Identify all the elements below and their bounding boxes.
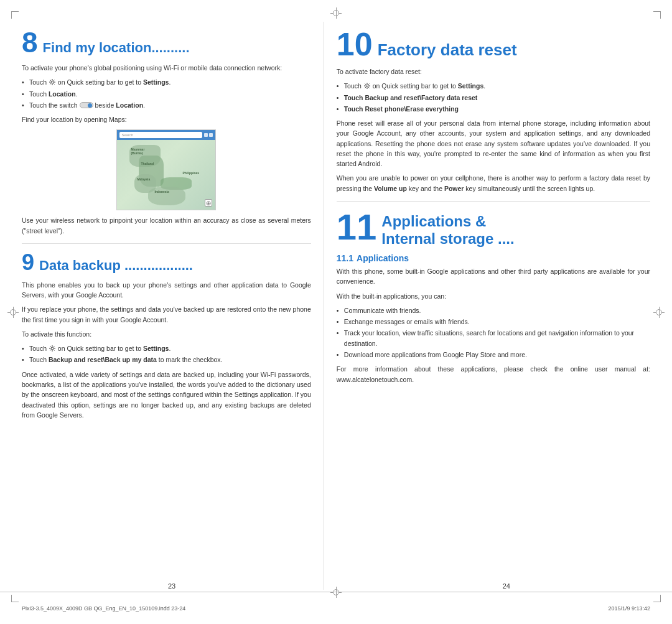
- section9-intro: This phone enables you to back up your p…: [22, 280, 311, 300]
- section11-title-line2: Internal storage ....: [381, 230, 514, 248]
- footer-left: Pixi3-3.5_4009X_4009D GB QG_Eng_EN_10_15…: [22, 605, 185, 612]
- section9-para3: Once activated, a wide variety of settin…: [22, 370, 311, 420]
- switch-icon: [80, 102, 93, 108]
- section10-bullet-1: Touch on Quick setting bar to get to Set…: [337, 81, 650, 91]
- crosshair-top-icon: [330, 7, 342, 19]
- section11-title-line1: Applications &: [381, 213, 514, 230]
- section10-bullets: Touch on Quick setting bar to get to Set…: [337, 81, 650, 114]
- section9-header: 9 Data backup ..................: [22, 251, 311, 274]
- map-icon-1: [204, 133, 208, 137]
- main-content: 8 Find my location.......... To activate…: [22, 22, 650, 590]
- subsec11-1-bullets: Communicate with friends. Exchange messa…: [337, 305, 650, 360]
- subsec11-1-para2: With the built-in applications, you can:: [337, 291, 650, 301]
- subsec11-1-para3: For more information about these applica…: [337, 364, 650, 384]
- gear-icon-3: [363, 82, 371, 90]
- section9-activate-label: To activate this function:: [22, 329, 311, 339]
- map-image: Search Myanmar(Burma) Thailand Malaysia …: [116, 129, 216, 210]
- section8-intro: To activate your phone's global position…: [22, 63, 311, 73]
- section8-bullet-3: Touch the switch beside Location.: [22, 100, 311, 110]
- section8-header: 8 Find my location..........: [22, 28, 311, 57]
- gear-icon-1: [49, 78, 56, 86]
- map-label-3: Malaysia: [137, 177, 150, 181]
- map-zoom-icon[interactable]: ⊕: [205, 199, 212, 207]
- section10-title: Factory data reset: [378, 41, 517, 59]
- map-label-2: Thailand: [141, 162, 154, 165]
- section11-header: 11 Applications & Internal storage ....: [337, 209, 650, 247]
- subsection11-1-header: 11.1 Applications: [337, 253, 650, 263]
- section-divider-1: [22, 243, 311, 244]
- right-column: 10 Factory data reset To activate factor…: [324, 22, 650, 590]
- section8-maps-label: Find your location by opening Maps:: [22, 114, 311, 124]
- section8-bullet-2: Touch Location.: [22, 89, 311, 99]
- section9-title: Data backup ..................: [39, 258, 193, 273]
- crosshair-right-icon: [653, 307, 665, 318]
- section9-bullet-2: Touch Backup and reset\Back up my data t…: [22, 355, 311, 365]
- subsec11-1-intro: With this phone, some built-in Google ap…: [337, 266, 650, 287]
- subsec11-1-bullet-4: Download more applications from Google P…: [337, 350, 650, 360]
- map-search-text: Search: [121, 133, 133, 137]
- subsec11-1-bullet-2: Exchange messages or emails with friends…: [337, 317, 650, 327]
- section10-activate-label: To activate factory data reset:: [337, 67, 650, 77]
- svg-point-0: [51, 81, 54, 83]
- subsec-11-1-num: 11.1: [337, 253, 353, 263]
- page-number-left: 23: [168, 582, 175, 590]
- corner-mark-tl: [11, 11, 19, 19]
- section8-title: Find my location..........: [43, 40, 190, 55]
- map-label-5: Philippines: [182, 171, 199, 175]
- section10-para2: When you are unable to power on your cel…: [337, 173, 650, 193]
- section9-bullets: Touch on Quick setting bar to get to Set…: [22, 343, 311, 365]
- map-search-bar: Search: [119, 132, 202, 138]
- subsec11-1-bullet-1: Communicate with friends.: [337, 305, 650, 315]
- crosshair-left-icon: [7, 307, 19, 318]
- section10-number: 10: [337, 28, 373, 60]
- section10-bullet-3: Touch Reset phone\Erase everything: [337, 104, 650, 114]
- map-label-4: Indonesia: [154, 190, 169, 193]
- section11-title: Applications & Internal storage ....: [381, 209, 514, 247]
- section9-number: 9: [22, 251, 34, 274]
- page-number-right: 24: [503, 582, 510, 590]
- section10-header: 10 Factory data reset: [337, 28, 650, 60]
- footer-right: 2015/1/9 9:13:42: [608, 605, 650, 612]
- section10-para1: Phone reset will erase all of your perso…: [337, 118, 650, 169]
- corner-mark-tr: [653, 11, 661, 19]
- svg-point-1: [51, 347, 54, 350]
- section8-number: 8: [22, 28, 38, 57]
- section9-bullet-1: Touch on Quick setting bar to get to Set…: [22, 343, 311, 353]
- svg-point-2: [366, 85, 368, 87]
- section-divider-2: [337, 201, 650, 202]
- map-icons: [204, 133, 213, 137]
- section11-number: 11: [337, 209, 377, 245]
- map-icon-2: [209, 133, 213, 137]
- map-body: Myanmar(Burma) Thailand Malaysia Indones…: [117, 140, 215, 210]
- section10-bullet-2: Touch Backup and reset\Factory data rese…: [337, 93, 650, 103]
- section9-para2: If you replace your phone, the settings …: [22, 304, 311, 325]
- gear-icon-2: [49, 345, 56, 352]
- map-label-1: Myanmar(Burma): [131, 147, 144, 155]
- section8-bullets: Touch on Quick setting bar to get to Set…: [22, 77, 311, 110]
- subsec-11-1-title: Applications: [357, 253, 409, 263]
- section8-caption: Use your wireless network to pinpoint yo…: [22, 215, 311, 236]
- left-column: 8 Find my location.......... To activate…: [22, 22, 324, 590]
- bottom-bar: Pixi3-3.5_4009X_4009D GB QG_Eng_EN_10_15…: [0, 592, 672, 624]
- subsec11-1-bullet-3: Track your location, view traffic situat…: [337, 328, 650, 348]
- section8-bullet-1: Touch on Quick setting bar to get to Set…: [22, 77, 311, 87]
- map-header: Search: [117, 130, 215, 140]
